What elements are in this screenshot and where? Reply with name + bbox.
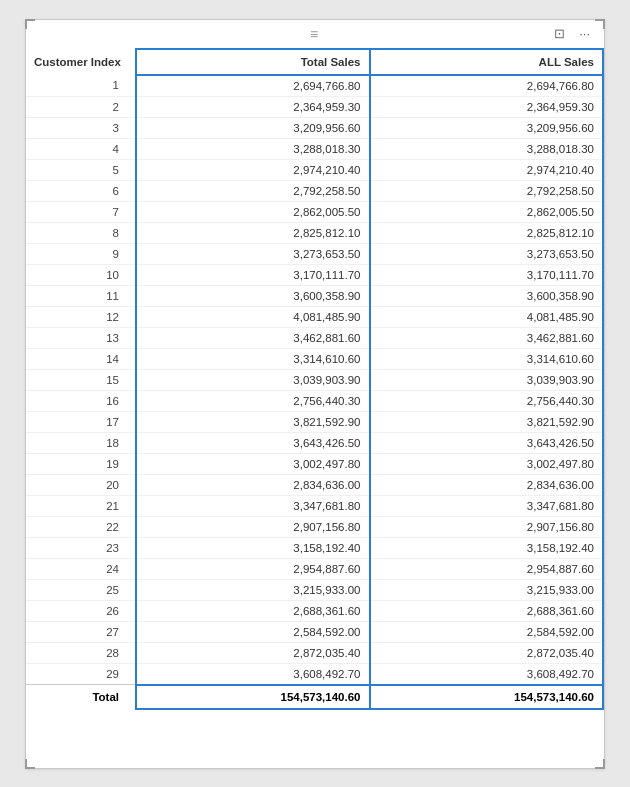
cell-total-sales: 3,821,592.90 [136,411,370,432]
cell-total-sales: 3,215,933.00 [136,579,370,600]
cell-index: 20 [26,474,136,495]
column-header-total-sales: Total Sales [136,49,370,75]
table-body: 12,694,766.802,694,766.8022,364,959.302,… [26,75,603,685]
table-row: 72,862,005.502,862,005.50 [26,201,603,222]
cell-index: 21 [26,495,136,516]
cell-index: 28 [26,642,136,663]
cell-all-sales: 2,694,766.80 [370,75,604,97]
cell-all-sales: 2,872,035.40 [370,642,604,663]
table-row: 22,364,959.302,364,959.30 [26,96,603,117]
cell-index: 1 [26,75,136,97]
cell-all-sales: 3,347,681.80 [370,495,604,516]
cell-all-sales: 2,825,812.10 [370,222,604,243]
cell-all-sales: 2,974,210.40 [370,159,604,180]
cell-total-sales: 3,039,903.90 [136,369,370,390]
table-row: 233,158,192.403,158,192.40 [26,537,603,558]
cell-index: 22 [26,516,136,537]
table-row: 213,347,681.803,347,681.80 [26,495,603,516]
table-row: 133,462,881.603,462,881.60 [26,327,603,348]
table-row: 162,756,440.302,756,440.30 [26,390,603,411]
table-row: 124,081,485.904,081,485.90 [26,306,603,327]
cell-total-sales: 3,209,956.60 [136,117,370,138]
cell-all-sales: 4,081,485.90 [370,306,604,327]
cell-all-sales: 3,600,358.90 [370,285,604,306]
cell-index: 19 [26,453,136,474]
cell-all-sales: 3,643,426.50 [370,432,604,453]
cell-total-sales: 3,643,426.50 [136,432,370,453]
cell-all-sales: 3,002,497.80 [370,453,604,474]
cell-total-sales: 3,273,653.50 [136,243,370,264]
table-scroll-area[interactable]: Customer Index Total Sales ALL Sales 12,… [26,48,604,768]
cell-index: 26 [26,600,136,621]
cell-all-sales: 3,209,956.60 [370,117,604,138]
expand-button[interactable]: ⊡ [550,24,569,43]
table-row: 183,643,426.503,643,426.50 [26,432,603,453]
cell-all-sales: 3,288,018.30 [370,138,604,159]
cell-index: 15 [26,369,136,390]
table-header-row: Customer Index Total Sales ALL Sales [26,49,603,75]
cell-index: 13 [26,327,136,348]
column-header-index: Customer Index [26,49,136,75]
cell-all-sales: 2,756,440.30 [370,390,604,411]
cell-index: 23 [26,537,136,558]
cell-index: 2 [26,96,136,117]
table-wrapper: Customer Index Total Sales ALL Sales 12,… [26,48,604,768]
cell-total-sales: 3,002,497.80 [136,453,370,474]
cell-index: 17 [26,411,136,432]
cell-total-sales: 3,288,018.30 [136,138,370,159]
cell-total-sales: 2,907,156.80 [136,516,370,537]
cell-total-sales: 2,862,005.50 [136,201,370,222]
drag-icon: ≡ [310,26,320,42]
table-row: 12,694,766.802,694,766.80 [26,75,603,97]
cell-total-sales: 3,608,492.70 [136,663,370,685]
cell-total-sales: 2,974,210.40 [136,159,370,180]
table-row: 272,584,592.002,584,592.00 [26,621,603,642]
table-row: 153,039,903.903,039,903.90 [26,369,603,390]
cell-total-sales: 2,694,766.80 [136,75,370,97]
table-row: 62,792,258.502,792,258.50 [26,180,603,201]
cell-index: 14 [26,348,136,369]
table-row: 222,907,156.802,907,156.80 [26,516,603,537]
table-row: 82,825,812.102,825,812.10 [26,222,603,243]
cell-all-sales: 2,792,258.50 [370,180,604,201]
cell-index: 27 [26,621,136,642]
cell-all-sales: 3,608,492.70 [370,663,604,685]
table-row: 52,974,210.402,974,210.40 [26,159,603,180]
cell-total-sales: 2,872,035.40 [136,642,370,663]
column-header-all-sales: ALL Sales [370,49,604,75]
cell-index: 11 [26,285,136,306]
total-total-sales: 154,573,140.60 [136,685,370,709]
header-actions: ⊡ ··· [550,24,594,43]
cell-total-sales: 3,600,358.90 [136,285,370,306]
cell-total-sales: 3,158,192.40 [136,537,370,558]
table-row: 33,209,956.603,209,956.60 [26,117,603,138]
widget-header: ≡ ⊡ ··· [26,20,604,48]
widget-container: ≡ ⊡ ··· Customer Index Total Sales ALL S… [25,19,605,769]
more-options-button[interactable]: ··· [575,24,594,43]
cell-index: 8 [26,222,136,243]
cell-total-sales: 3,462,881.60 [136,327,370,348]
cell-all-sales: 2,834,636.00 [370,474,604,495]
cell-index: 18 [26,432,136,453]
cell-all-sales: 2,862,005.50 [370,201,604,222]
table-row: 93,273,653.503,273,653.50 [26,243,603,264]
cell-all-sales: 2,364,959.30 [370,96,604,117]
cell-total-sales: 3,314,610.60 [136,348,370,369]
cell-index: 24 [26,558,136,579]
table-row: 202,834,636.002,834,636.00 [26,474,603,495]
table-row: 103,170,111.703,170,111.70 [26,264,603,285]
table-row: 253,215,933.003,215,933.00 [26,579,603,600]
cell-index: 9 [26,243,136,264]
cell-index: 16 [26,390,136,411]
cell-all-sales: 3,273,653.50 [370,243,604,264]
total-label: Total [26,685,136,709]
data-table: Customer Index Total Sales ALL Sales 12,… [26,48,604,710]
cell-total-sales: 2,954,887.60 [136,558,370,579]
table-row: 242,954,887.602,954,887.60 [26,558,603,579]
cell-total-sales: 3,170,111.70 [136,264,370,285]
table-row: 173,821,592.903,821,592.90 [26,411,603,432]
cell-all-sales: 3,170,111.70 [370,264,604,285]
cell-index: 6 [26,180,136,201]
cell-total-sales: 2,364,959.30 [136,96,370,117]
cell-all-sales: 2,584,592.00 [370,621,604,642]
